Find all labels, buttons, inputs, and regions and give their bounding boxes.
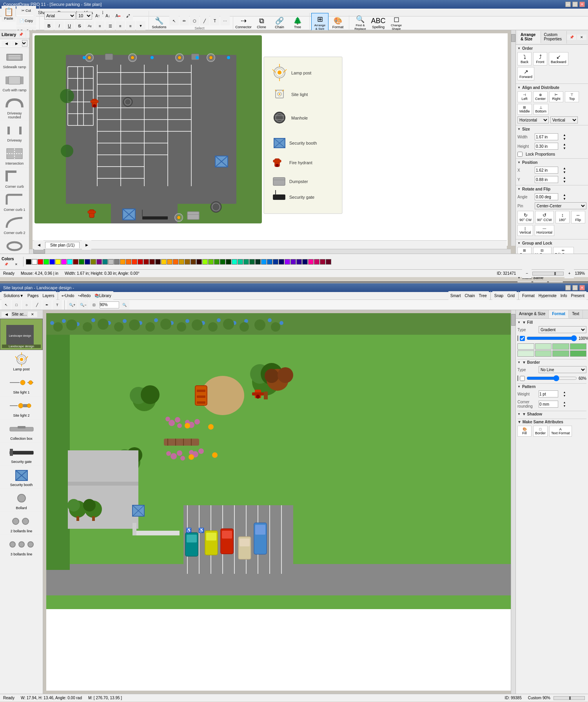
y-down-btn[interactable]: ▼ (560, 180, 569, 183)
align-right-btn[interactable]: ⊢Right (549, 91, 563, 102)
height-up-btn[interactable]: ▲ (560, 142, 569, 146)
vertical-flip-btn[interactable]: |Vertical (517, 225, 533, 236)
weight-down-btn[interactable]: ▼ (560, 394, 569, 397)
align-left-btn[interactable]: ≡ (95, 21, 105, 31)
color-swatch[interactable] (167, 259, 172, 265)
color-swatch[interactable] (73, 259, 78, 265)
color-swatch[interactable] (108, 259, 114, 265)
font-size-select[interactable]: 101214 (76, 12, 92, 20)
align-bottom-btn[interactable]: ⊥Bottom (534, 104, 549, 115)
color-swatch[interactable] (44, 259, 49, 265)
y-up-btn[interactable]: ▲ (560, 176, 569, 180)
layers-toolbar-btn[interactable]: Layers (40, 291, 56, 301)
more-btn[interactable]: ▼ (136, 21, 145, 31)
size-header[interactable]: Size (517, 127, 586, 131)
solutions-toolbar-btn[interactable]: Solutions ▼ (2, 291, 25, 301)
color-swatch-5[interactable] (517, 350, 534, 357)
bottom-close-btn[interactable]: ✕ (579, 285, 585, 290)
landscape-canvas[interactable]: ♿ ♿ (46, 313, 512, 691)
rotate-90ccw-btn[interactable]: ↺90° CCW (535, 211, 554, 223)
color-swatch[interactable] (232, 259, 237, 265)
color-swatch[interactable] (302, 259, 308, 265)
list-item[interactable]: Security gate (0, 443, 43, 466)
fill-color-preview[interactable] (517, 336, 518, 341)
lock-proportions-checkbox[interactable] (517, 152, 523, 157)
zoom-in-btn[interactable]: + (564, 269, 574, 278)
zoom-out-btn[interactable]: − (522, 269, 532, 278)
line-tool-btn[interactable]: ╱ (200, 16, 209, 25)
colors-close-btn[interactable]: ✕ (11, 262, 21, 267)
horizontal-align-select[interactable]: Horizontal (517, 116, 549, 123)
color-swatch[interactable] (196, 259, 202, 265)
align-center-btn[interactable]: ☰ (105, 21, 115, 31)
color-swatch-7[interactable] (552, 350, 569, 357)
color-swatch[interactable] (238, 259, 243, 265)
tree-toolbar-btn[interactable]: Tree (477, 291, 489, 301)
make-same-fill-btn[interactable]: 🎨Fill (517, 426, 532, 437)
fill-enable-check[interactable] (520, 336, 525, 341)
color-swatch[interactable] (208, 259, 214, 265)
list-item[interactable]: Site light 1 (0, 373, 43, 396)
width-down-btn[interactable]: ▼ (560, 137, 569, 141)
select-tool-btn[interactable]: ↖ (169, 16, 179, 25)
color-swatch[interactable] (226, 259, 231, 265)
corner-input[interactable] (539, 401, 558, 408)
rotate-90cw-btn[interactable]: ↻90° CW (517, 211, 534, 223)
rotate-header[interactable]: Rotate and Flip (517, 187, 586, 191)
color-swatch[interactable] (155, 259, 161, 265)
decrease-font-btn[interactable]: A↓ (103, 11, 113, 20)
list-item[interactable]: Curb with ramp (0, 71, 29, 94)
bold-btn[interactable]: B (44, 21, 54, 31)
undo-btn[interactable]: ↩ Undo (60, 291, 76, 301)
bottom-vertical-scrollbar[interactable] (511, 310, 515, 694)
color-swatch[interactable] (26, 259, 31, 265)
bottom-minimize-btn[interactable]: ─ (565, 285, 571, 290)
pencil-tool-btn[interactable]: ✏ (180, 16, 189, 25)
color-swatch[interactable] (279, 259, 284, 265)
color-swatch[interactable] (320, 259, 325, 265)
color-swatch[interactable] (326, 259, 331, 265)
zoom-in2-btn[interactable]: 🔍+ (67, 300, 77, 310)
top-canvas-area[interactable]: Lamp post Site light Manhole (29, 30, 515, 254)
list-item[interactable]: Wrap-around island (0, 237, 29, 254)
list-item[interactable]: Bollard (0, 489, 43, 512)
canvas-tab-site-plan[interactable]: Site plan (1/1) (45, 242, 80, 248)
x-up-btn[interactable]: ▲ (560, 166, 569, 170)
height-input[interactable] (535, 143, 558, 150)
zoom-input[interactable] (100, 301, 119, 308)
color-swatch[interactable] (261, 259, 267, 265)
list-item[interactable]: 2 bollards line (0, 512, 43, 535)
canvas-tab-prev-btn[interactable]: ◀ (34, 240, 44, 250)
color-swatch[interactable] (185, 259, 190, 265)
list-item[interactable]: Security booth (0, 466, 43, 489)
smart-btn[interactable]: Smart (448, 291, 463, 301)
angle-input[interactable] (535, 193, 558, 200)
align-middle-btn[interactable]: ⊞Middle (517, 104, 532, 115)
list-item[interactable]: Intersection (0, 144, 29, 167)
horizontal-flip-btn[interactable]: —Horizontal (535, 225, 555, 236)
lib-forward-btn[interactable]: ▶ (12, 41, 21, 46)
text-tool2-btn[interactable]: T (53, 300, 62, 310)
pin-select[interactable]: Center-Center (535, 202, 586, 209)
canvas-tab-next-btn[interactable]: ▶ (82, 240, 91, 250)
chain-toolbar-btn[interactable]: Chain (463, 291, 477, 301)
angle-down-btn[interactable]: ▼ (560, 197, 569, 201)
library-pin-btn[interactable]: 📌 (16, 31, 25, 38)
color-swatch[interactable] (149, 259, 155, 265)
color-swatch[interactable] (102, 259, 108, 265)
make-same-border-btn[interactable]: □Border (533, 426, 548, 437)
border-enable-check[interactable] (520, 376, 525, 381)
format-tab[interactable]: Format (549, 310, 569, 318)
list-item[interactable]: Site light 2 (0, 396, 43, 419)
colors-pin-btn[interactable]: 📌 (2, 262, 11, 267)
height-down-btn[interactable]: ▼ (560, 146, 569, 150)
lib-tab-back-btn[interactable]: ◀ (2, 312, 11, 317)
position-header[interactable]: Position (517, 160, 586, 165)
italic-btn[interactable]: I (54, 21, 64, 31)
y-input[interactable] (535, 176, 558, 183)
list-item[interactable]: Corner curb 1 (0, 190, 29, 214)
width-up-btn[interactable]: ▲ (560, 133, 569, 137)
color-swatch[interactable] (273, 259, 278, 265)
x-input[interactable] (535, 167, 558, 174)
corner-up-btn[interactable]: ▲ (560, 401, 569, 404)
